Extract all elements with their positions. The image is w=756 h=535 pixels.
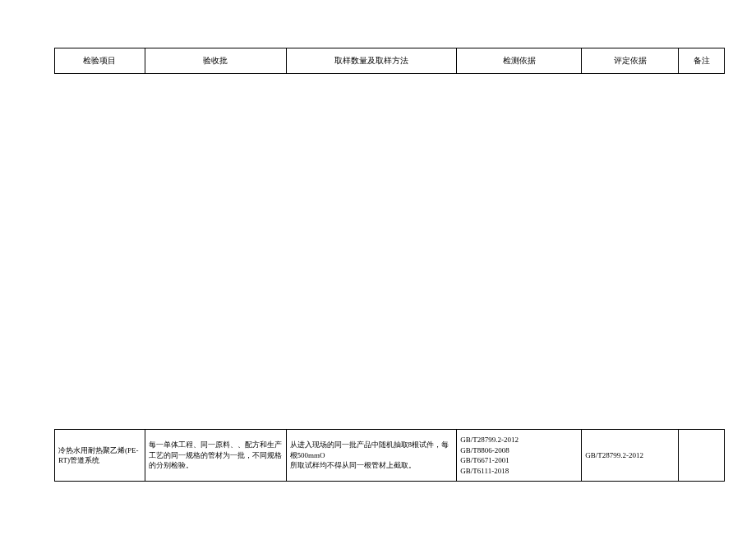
cell-remarks — [679, 430, 725, 482]
header-row: 检验项目 验收批 取样数量及取样方法 检测依据 评定依据 备注 — [55, 48, 725, 74]
header-test-basis: 检测依据 — [457, 48, 582, 74]
header-acceptance-batch: 验收批 — [145, 48, 286, 74]
cell-sampling: 从进入现场的同一批产品中随机抽取8根试件，每根500mmO所取试样均不得从同一根… — [286, 430, 457, 482]
cell-inspection-item: 冷热水用耐热聚乙烯(PE-RT)管道系统 — [55, 430, 145, 482]
header-inspection-item: 检验项目 — [55, 48, 145, 74]
header-table: 检验项目 验收批 取样数量及取样方法 检测依据 评定依据 备注 — [54, 48, 725, 74]
header-sampling: 取样数量及取样方法 — [286, 48, 457, 74]
header-evaluation-basis: 评定依据 — [582, 48, 679, 74]
data-table: 冷热水用耐热聚乙烯(PE-RT)管道系统 每一单体工程、同一原料、、配方和生产工… — [54, 429, 725, 482]
cell-test-basis: GB/T28799.2-2012GB/T8806-2008GB/T6671-20… — [457, 430, 582, 482]
cell-acceptance-batch: 每一单体工程、同一原料、、配方和生产工艺的同一规格的管材为一批，不同规格的分别检… — [145, 430, 286, 482]
header-remarks: 备注 — [679, 48, 725, 74]
cell-evaluation-basis: GB/T28799.2-2012 — [582, 430, 679, 482]
table-row: 冷热水用耐热聚乙烯(PE-RT)管道系统 每一单体工程、同一原料、、配方和生产工… — [55, 430, 725, 482]
